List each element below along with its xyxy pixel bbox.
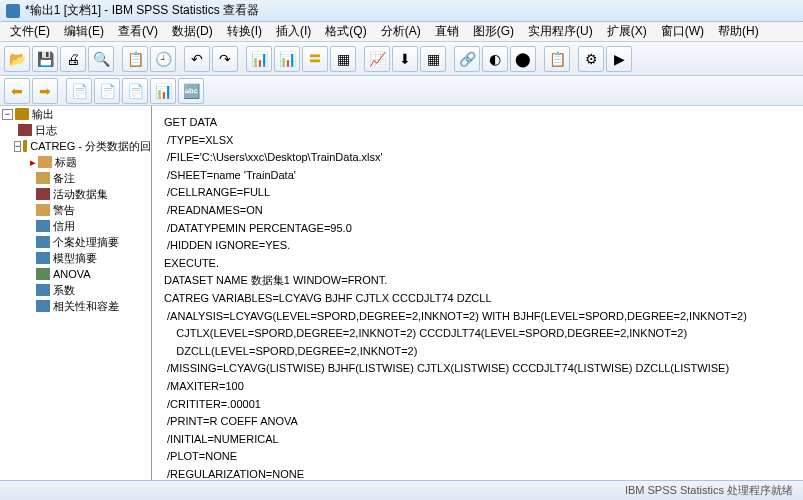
nav3-button[interactable]: 📄 <box>122 78 148 104</box>
tree-item[interactable]: 活动数据集 <box>53 187 108 202</box>
redo-button[interactable]: ↷ <box>212 46 238 72</box>
chart-button[interactable]: 📈 <box>364 46 390 72</box>
menu-format[interactable]: 格式(Q) <box>319 21 372 42</box>
status-text: IBM SPSS Statistics 处理程序就绪 <box>625 483 793 498</box>
nav2-button[interactable]: 📄 <box>94 78 120 104</box>
tree-item[interactable]: 模型摘要 <box>53 251 97 266</box>
output-icon <box>15 108 29 120</box>
menu-directmkt[interactable]: 直销 <box>429 21 465 42</box>
menu-data[interactable]: 数据(D) <box>166 21 219 42</box>
nav1-button[interactable]: 📄 <box>66 78 92 104</box>
table-icon <box>36 284 50 296</box>
demote-button[interactable]: ⬤ <box>510 46 536 72</box>
goto2-button[interactable]: 📊 <box>274 46 300 72</box>
proc-icon <box>23 140 27 152</box>
title-bar: *输出1 [文档1] - IBM SPSS Statistics 查看器 <box>0 0 803 22</box>
output-content[interactable]: GET DATA /TYPE=XLSX /FILE='C:\Users\xxc\… <box>152 106 803 480</box>
menu-utilities[interactable]: 实用程序(U) <box>522 21 599 42</box>
menu-bar: 文件(E) 编辑(E) 查看(V) 数据(D) 转换(I) 插入(I) 格式(Q… <box>0 22 803 42</box>
menu-analyze[interactable]: 分析(A) <box>375 21 427 42</box>
warn-icon <box>36 204 50 216</box>
log-icon <box>18 124 32 136</box>
title-icon <box>38 156 52 168</box>
script-button[interactable]: ⚙ <box>578 46 604 72</box>
menu-view[interactable]: 查看(V) <box>112 21 164 42</box>
back-button[interactable]: ⬅ <box>4 78 30 104</box>
undo-button[interactable]: ↶ <box>184 46 210 72</box>
tree-item[interactable]: 系数 <box>53 283 75 298</box>
menu-window[interactable]: 窗口(W) <box>655 21 710 42</box>
tree-item[interactable]: 标题 <box>55 155 77 170</box>
menu-file[interactable]: 文件(E) <box>4 21 56 42</box>
table-icon <box>36 236 50 248</box>
app-icon <box>6 4 20 18</box>
vars-button[interactable]: 〓 <box>302 46 328 72</box>
tree-root[interactable]: 输出 <box>32 107 54 122</box>
table-icon <box>36 300 50 312</box>
export-button[interactable]: 📋 <box>122 46 148 72</box>
collapse-icon[interactable]: − <box>14 141 21 152</box>
table-icon <box>36 220 50 232</box>
tree-item[interactable]: 相关性和容差 <box>53 299 119 314</box>
tree-item[interactable]: ANOVA <box>53 268 91 280</box>
toolbar-main: 📂 💾 🖨 🔍 📋 🕘 ↶ ↷ 📊 📊 〓 ▦ 📈 ⬇ ▦ 🔗 ◐ ⬤ 📋 ⚙ … <box>0 42 803 76</box>
recall-button[interactable]: 🕘 <box>150 46 176 72</box>
tree-item[interactable]: 备注 <box>53 171 75 186</box>
menu-edit[interactable]: 编辑(E) <box>58 21 110 42</box>
save-button[interactable]: 💾 <box>32 46 58 72</box>
goto-button[interactable]: 📊 <box>246 46 272 72</box>
table-icon <box>36 268 50 280</box>
menu-graphs[interactable]: 图形(G) <box>467 21 520 42</box>
menu-transform[interactable]: 转换(I) <box>221 21 268 42</box>
weight-button[interactable]: ▦ <box>420 46 446 72</box>
window-title: *输出1 [文档1] - IBM SPSS Statistics 查看器 <box>25 2 259 19</box>
select-button[interactable]: ⬇ <box>392 46 418 72</box>
menu-insert[interactable]: 插入(I) <box>270 21 317 42</box>
forward-button[interactable]: ➡ <box>32 78 58 104</box>
main-area: −输出 日志 −CATREG - 分类数据的回 ▸标题 备注 活动数据集 警告 … <box>0 106 803 480</box>
active-marker-icon: ▸ <box>30 156 36 169</box>
tree-item[interactable]: 信用 <box>53 219 75 234</box>
print-button[interactable]: 🖨 <box>60 46 86 72</box>
open-button[interactable]: 📂 <box>4 46 30 72</box>
insert-button[interactable]: ▦ <box>330 46 356 72</box>
run-button[interactable]: ▶ <box>606 46 632 72</box>
text-button[interactable]: 🔗 <box>454 46 480 72</box>
menu-help[interactable]: 帮助(H) <box>712 21 765 42</box>
nav4-button[interactable]: 📊 <box>150 78 176 104</box>
status-bar: IBM SPSS Statistics 处理程序就绪 <box>0 480 803 500</box>
tree-log[interactable]: 日志 <box>35 123 57 138</box>
outline-tree[interactable]: −输出 日志 −CATREG - 分类数据的回 ▸标题 备注 活动数据集 警告 … <box>0 106 152 480</box>
syntax-block: GET DATA /TYPE=XLSX /FILE='C:\Users\xxc\… <box>164 114 791 480</box>
note-icon <box>36 172 50 184</box>
promote-button[interactable]: ◐ <box>482 46 508 72</box>
nav5-button[interactable]: 🔤 <box>178 78 204 104</box>
table-icon <box>36 252 50 264</box>
tree-proc[interactable]: CATREG - 分类数据的回 <box>30 139 151 154</box>
preview-button[interactable]: 🔍 <box>88 46 114 72</box>
menu-extensions[interactable]: 扩展(X) <box>601 21 653 42</box>
collapse-icon[interactable]: − <box>2 109 13 120</box>
dataset-icon <box>36 188 50 200</box>
tree-item[interactable]: 个案处理摘要 <box>53 235 119 250</box>
designate-button[interactable]: 📋 <box>544 46 570 72</box>
toolbar-nav: ⬅ ➡ 📄 📄 📄 📊 🔤 <box>0 76 803 106</box>
tree-item[interactable]: 警告 <box>53 203 75 218</box>
